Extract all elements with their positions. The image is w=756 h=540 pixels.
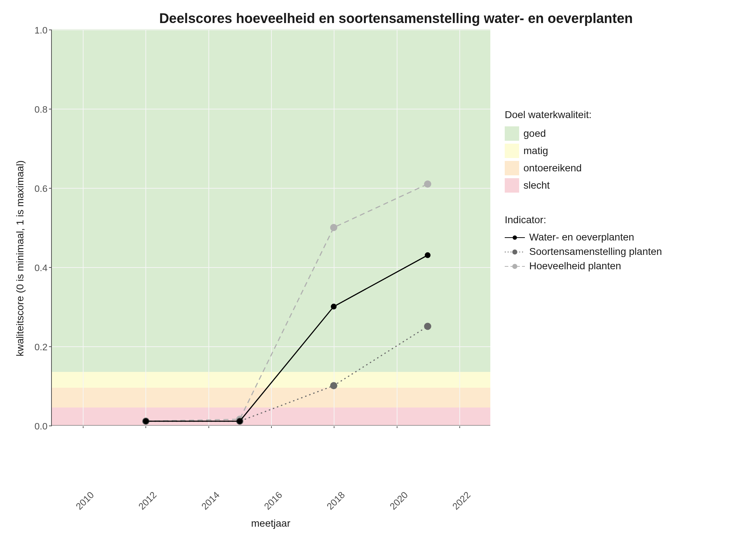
legend-series-block: Indicator: Water- en oeverplanten Soorte… [505, 214, 662, 272]
line-sample-icon [505, 247, 525, 256]
plot-column: kwaliteitscore (0 is minimaal, 1 is maxi… [11, 30, 490, 529]
chart-main-row: kwaliteitscore (0 is minimaal, 1 is maxi… [11, 30, 745, 529]
legend-label: Soortensamenstelling planten [529, 246, 662, 257]
svg-point-17 [512, 264, 517, 269]
y-tick-label: 0.4 [35, 262, 48, 274]
chart-container: Deelscores hoeveelheid en soortensamenst… [11, 11, 745, 529]
swatch-goed [505, 126, 519, 141]
x-ticks: 2010201220142016201820202022 [51, 487, 490, 516]
swatch-ontoereikend [505, 161, 519, 175]
legend-item-slecht: slecht [505, 178, 662, 193]
legend-label: Hoeveelheid planten [529, 260, 621, 272]
y-tick-label: 1.0 [35, 25, 48, 36]
y-tick-label: 0.0 [35, 421, 48, 432]
legend-series-title: Indicator: [505, 214, 662, 226]
legend-label: goed [523, 128, 546, 139]
legend-label: slecht [523, 180, 550, 191]
yaxis-row: kwaliteitscore (0 is minimaal, 1 is maxi… [11, 30, 490, 487]
legend-label: Water- en oeverplanten [529, 231, 634, 243]
line-sample-icon [505, 262, 525, 270]
svg-point-10 [331, 304, 337, 310]
x-tick-label: 2010 [74, 490, 96, 512]
svg-point-11 [425, 252, 431, 258]
y-tick-label: 0.6 [35, 183, 48, 194]
svg-point-8 [143, 418, 149, 424]
y-axis-label: kwaliteitscore (0 is minimaal, 1 is maxi… [11, 30, 30, 487]
svg-point-3 [424, 180, 431, 188]
legend-label: ontoereikend [523, 162, 582, 174]
legend-bands-title: Doel waterkwaliteit: [505, 109, 662, 121]
svg-point-15 [512, 249, 517, 255]
legend-item-ontoereikend: ontoereikend [505, 161, 662, 175]
y-tick-label: 0.2 [35, 342, 48, 353]
x-tick-label: 2022 [450, 490, 473, 512]
x-axis-label: meetjaar [51, 516, 490, 529]
svg-point-13 [513, 235, 517, 240]
x-tick-label: 2016 [262, 490, 285, 512]
x-tick-label: 2014 [199, 490, 222, 512]
legend-item-goed: goed [505, 126, 662, 141]
plot-area [51, 30, 490, 426]
swatch-matig [505, 144, 519, 158]
legend-item-water-oever: Water- en oeverplanten [505, 231, 662, 243]
legend-item-matig: matig [505, 144, 662, 158]
legend-item-soort: Soortensamenstelling planten [505, 246, 662, 257]
y-ticks: 0.00.20.40.60.81.0 [30, 30, 51, 426]
svg-point-2 [330, 224, 337, 231]
x-tick-label: 2018 [325, 490, 347, 512]
x-tick-label: 2020 [387, 490, 410, 512]
line-sample-icon [505, 233, 525, 242]
svg-point-9 [237, 418, 243, 424]
chart-title: Deelscores hoeveelheid en soortensamenst… [11, 11, 745, 30]
legend-item-hoeveel: Hoeveelheid planten [505, 260, 662, 272]
legend-column: Doel waterkwaliteit: goed matig ontoerei… [490, 30, 662, 529]
y-tick-label: 0.8 [35, 104, 48, 115]
x-tick-label: 2012 [136, 490, 159, 512]
swatch-slecht [505, 178, 519, 193]
svg-point-6 [330, 382, 337, 389]
legend-bands-block: Doel waterkwaliteit: goed matig ontoerei… [505, 109, 662, 193]
legend-label: matig [523, 145, 548, 157]
svg-point-7 [424, 323, 431, 330]
